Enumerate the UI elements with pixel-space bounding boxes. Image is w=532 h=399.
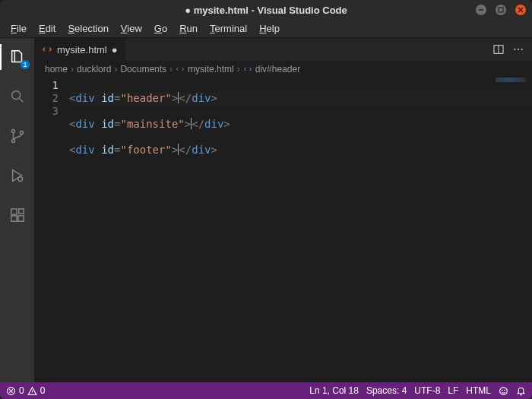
minimize-button[interactable] <box>476 5 486 15</box>
breadcrumbs[interactable]: home › ducklord › Documents › mysite.htm… <box>34 61 532 78</box>
tab-mysite[interactable]: mysite.html ● <box>34 38 126 61</box>
minimap[interactable] <box>486 78 532 382</box>
chevron-right-icon: › <box>169 64 173 74</box>
minimize-icon <box>478 7 484 13</box>
status-ln-col[interactable]: Ln 1, Col 18 <box>309 385 359 396</box>
maximize-icon <box>498 7 504 13</box>
tab-spacer <box>126 38 485 61</box>
crumb-home[interactable]: home <box>45 64 68 74</box>
status-eol[interactable]: LF <box>448 385 458 396</box>
status-notifications[interactable] <box>516 386 526 396</box>
smiley-icon <box>499 386 508 396</box>
svg-point-4 <box>20 131 23 134</box>
chevron-right-icon: › <box>71 64 74 74</box>
maximize-button[interactable] <box>496 5 506 15</box>
menu-edit[interactable]: Edit <box>33 21 62 36</box>
editor-group: mysite.html ● home › ducklord <box>34 38 532 382</box>
status-errors[interactable]: 0 0 <box>6 385 45 396</box>
close-button[interactable] <box>515 5 526 15</box>
vscode-window: ● mysite.html - Visual Studio Code File … <box>0 0 532 399</box>
svg-point-16 <box>502 390 503 391</box>
split-editor-button[interactable] <box>492 43 505 55</box>
activity-scm[interactable] <box>0 123 34 149</box>
split-icon <box>492 43 505 55</box>
search-icon <box>9 88 26 105</box>
activity-extensions[interactable] <box>0 202 34 228</box>
svg-rect-0 <box>499 8 503 12</box>
crumb-ducklord[interactable]: ducklord <box>77 64 111 74</box>
title-text: mysite.html - Visual Studio Code <box>194 5 347 16</box>
window-controls <box>476 5 526 15</box>
menu-selection[interactable]: Selection <box>62 21 114 36</box>
code-area[interactable]: <div id="header"></div> <div id="mainsit… <box>69 78 532 382</box>
error-circle-icon <box>6 386 16 396</box>
more-actions-button[interactable] <box>512 43 524 55</box>
status-indent[interactable]: Spaces: 4 <box>366 385 407 396</box>
line-number-gutter: 1 2 3 <box>34 78 69 382</box>
warning-triangle-icon <box>27 386 37 396</box>
crumb-symbol[interactable]: div#header <box>243 64 300 74</box>
activity-search[interactable] <box>0 84 34 109</box>
svg-point-12 <box>518 49 519 50</box>
crumb-documents[interactable]: Documents <box>120 64 166 74</box>
explorer-badge: 1 <box>21 60 30 69</box>
close-icon <box>518 7 524 13</box>
svg-rect-8 <box>17 216 23 221</box>
tag-symbol-icon <box>243 65 252 74</box>
svg-point-15 <box>500 387 508 394</box>
menu-file[interactable]: File <box>5 21 33 36</box>
svg-rect-9 <box>18 209 23 214</box>
dirty-indicator: ● <box>185 5 191 16</box>
code-line[interactable]: <div id="footer"></div> <box>69 144 532 157</box>
svg-point-11 <box>514 49 515 50</box>
tab-actions <box>485 38 532 61</box>
branch-icon <box>9 128 26 144</box>
code-line[interactable]: <div id="mainsite"></div> <box>69 118 532 131</box>
extensions-icon <box>9 207 26 223</box>
svg-point-1 <box>11 91 20 100</box>
activity-explorer[interactable]: 1 <box>0 44 34 70</box>
body: 1 mysite.html <box>0 38 532 382</box>
title-bar: ● mysite.html - Visual Studio Code <box>0 0 532 20</box>
crumb-file[interactable]: mysite.html <box>176 64 234 74</box>
svg-point-2 <box>11 130 14 133</box>
tab-label: mysite.html <box>57 44 107 55</box>
activity-run[interactable] <box>0 163 34 188</box>
tab-dirty-dot: ● <box>112 44 118 55</box>
line-number: 1 <box>34 79 59 92</box>
menu-terminal[interactable]: Terminal <box>204 21 253 36</box>
tab-row: mysite.html ● <box>34 38 532 61</box>
html-file-icon <box>176 65 185 74</box>
activity-bar: 1 <box>0 38 34 382</box>
line-number: 3 <box>34 105 59 118</box>
play-bug-icon <box>9 167 26 184</box>
window-title: ● mysite.html - Visual Studio Code <box>0 5 532 16</box>
status-encoding[interactable]: UTF-8 <box>414 385 440 396</box>
ellipsis-icon <box>512 43 524 55</box>
chevron-right-icon: › <box>237 64 240 74</box>
svg-point-5 <box>17 177 22 182</box>
chevron-right-icon: › <box>114 64 117 74</box>
svg-rect-7 <box>11 216 16 221</box>
svg-point-3 <box>11 139 14 142</box>
code-editor[interactable]: 1 2 3 <div id="header"></div> <div id="m… <box>34 78 532 382</box>
menu-bar: File Edit Selection View Go Run Terminal… <box>0 20 532 38</box>
menu-run[interactable]: Run <box>173 21 204 36</box>
svg-rect-6 <box>11 209 16 214</box>
line-number: 2 <box>34 92 59 105</box>
svg-point-13 <box>521 49 523 50</box>
status-language[interactable]: HTML <box>466 385 491 396</box>
menu-view[interactable]: View <box>115 21 148 36</box>
status-bar: 0 0 Ln 1, Col 18 Spaces: 4 UTF-8 LF HTML <box>0 382 532 399</box>
status-feedback[interactable] <box>499 386 508 396</box>
menu-help[interactable]: Help <box>253 21 286 36</box>
menu-go[interactable]: Go <box>148 21 173 36</box>
code-line[interactable]: <div id="header"></div> <box>69 92 532 105</box>
svg-point-17 <box>505 390 505 391</box>
html-file-icon <box>42 44 52 55</box>
bell-icon <box>516 386 526 396</box>
minimap-viewport[interactable] <box>496 78 526 82</box>
